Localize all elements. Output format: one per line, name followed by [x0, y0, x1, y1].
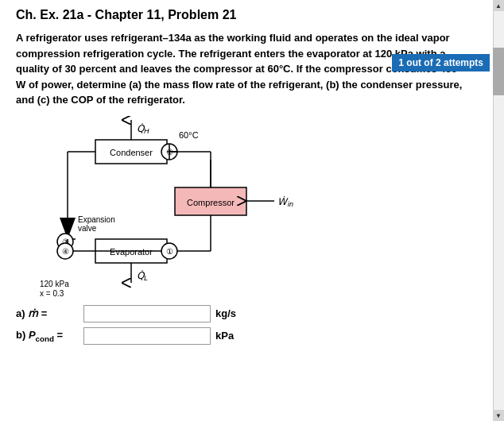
- svg-text:valve: valve: [78, 224, 97, 233]
- attempts-badge: 1 out of 2 attempts: [392, 54, 490, 71]
- condenser-pressure-input[interactable]: [83, 327, 211, 345]
- svg-text:①: ①: [166, 247, 173, 256]
- svg-text:Expansion: Expansion: [78, 215, 115, 224]
- svg-text:in: in: [288, 200, 293, 208]
- scrollbar-up-arrow[interactable]: ▲: [493, 0, 504, 11]
- svg-text:120 kPa: 120 kPa: [40, 280, 69, 288]
- page-container: ▲ ▼ 1 out of 2 attempts Ch. Ex. 21a - Ch…: [0, 0, 504, 421]
- svg-text:L: L: [144, 274, 148, 282]
- svg-text:Compressor: Compressor: [187, 198, 235, 207]
- scrollbar-down-arrow[interactable]: ▼: [493, 410, 504, 421]
- svg-text:60°C: 60°C: [179, 130, 199, 140]
- scrollbar-thumb[interactable]: [493, 48, 504, 95]
- refrigeration-cycle-diagram: Condenser Compressor Evaporator Expansio…: [40, 116, 342, 299]
- svg-text:Ẇ: Ẇ: [277, 196, 289, 207]
- condenser-pressure-label: b) Pcond =: [16, 329, 83, 343]
- mass-flow-unit: kg/s: [215, 307, 236, 319]
- chapter-title: Ch. Ex. 21a - Chapter 11, Problem 21: [16, 8, 469, 22]
- mass-flow-input[interactable]: [83, 305, 211, 323]
- answer-row-mass-flow: a) ṁ = kg/s: [16, 305, 469, 323]
- diagram-area: Condenser Compressor Evaporator Expansio…: [40, 116, 342, 299]
- svg-text:H: H: [144, 127, 149, 135]
- svg-text:Condenser: Condenser: [110, 148, 153, 157]
- svg-text:④: ④: [62, 247, 69, 256]
- scrollbar-track: ▲ ▼: [493, 0, 504, 421]
- condenser-pressure-unit: kPa: [215, 330, 234, 342]
- mass-flow-label: a) ṁ =: [16, 307, 83, 319]
- svg-text:Evaporator: Evaporator: [110, 247, 153, 257]
- answer-row-condenser-pressure: b) Pcond = kPa: [16, 327, 469, 345]
- svg-text:x = 0.3: x = 0.3: [40, 289, 64, 298]
